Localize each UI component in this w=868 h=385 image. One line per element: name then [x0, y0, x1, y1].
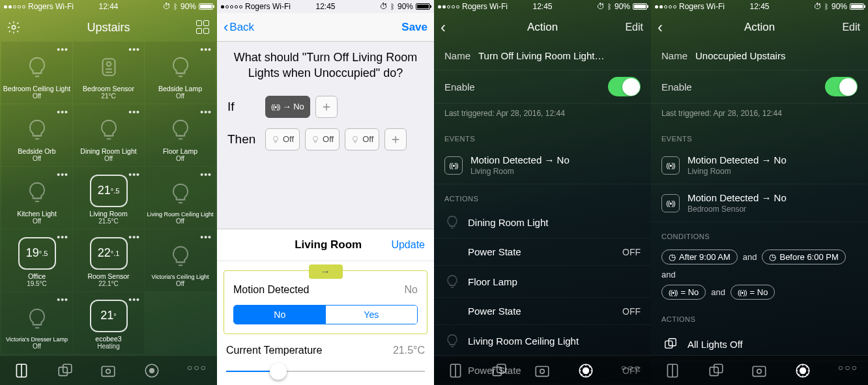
tab-scenes-icon[interactable] — [57, 362, 74, 379]
cond-sensor[interactable]: ((•))= No — [661, 285, 706, 300]
device-tiles: •••Bedroom Ceiling LightOff•••Bedroom Se… — [0, 42, 217, 354]
temp-value: 21.5°C — [393, 345, 425, 356]
tile-menu-icon[interactable]: ••• — [57, 294, 68, 305]
tab-automation-icon[interactable] — [577, 362, 594, 379]
bulb-icon — [444, 333, 460, 349]
event-row[interactable]: ((•)) Motion Detected → NoLiving Room — [434, 147, 651, 184]
device-tile[interactable]: •••Victoria's Ceiling LightOff — [145, 229, 216, 291]
seg-no-button[interactable]: No — [234, 306, 326, 324]
then-action-chip[interactable]: Off — [345, 128, 379, 150]
cond-sensor[interactable]: ((•))= No — [731, 285, 775, 300]
back-button[interactable]: ‹ — [658, 18, 663, 36]
add-action-button[interactable]: ＋ — [384, 128, 407, 150]
device-tile[interactable]: •••Bedroom Ceiling LightOff — [1, 42, 72, 104]
name-row[interactable]: Name Turn Off Living Room Lights when Un… — [434, 42, 651, 70]
device-tile[interactable]: •••21°.5Living Room21.5°C — [73, 167, 144, 229]
battery-pct: 90% — [181, 2, 196, 11]
svg-point-12 — [150, 368, 154, 373]
tab-scenes-icon[interactable] — [708, 362, 725, 379]
temp-slider[interactable] — [226, 371, 425, 372]
tile-menu-icon[interactable]: ••• — [57, 232, 68, 242]
conditions-header: CONDITIONS — [651, 222, 868, 244]
device-tile[interactable]: •••Bedroom Sensor21°C — [73, 42, 144, 104]
tab-rooms-icon[interactable] — [13, 362, 30, 379]
device-tile[interactable]: •••Living Room Ceiling LightOff — [145, 167, 216, 229]
tab-more-icon[interactable]: ○○○ — [621, 362, 638, 379]
then-action-chip[interactable]: Off — [265, 128, 300, 150]
event-row[interactable]: ((•))Motion Detected → NoBedroom Sensor — [651, 184, 868, 222]
sensor-icon: ((•)) — [444, 156, 463, 175]
tab-more-icon[interactable]: ○○○ — [187, 362, 204, 379]
action-device-row[interactable]: Living Room Ceiling Light — [434, 325, 651, 357]
device-tile[interactable]: •••Victoria's Dresser LampOff — [1, 292, 72, 354]
device-tile[interactable]: •••19°.5Office19.5°C — [1, 229, 72, 291]
device-tile[interactable]: •••21°ecobee3Heating — [73, 292, 144, 354]
bulb-icon — [168, 117, 193, 145]
motion-segmented[interactable]: No Yes — [233, 305, 418, 324]
device-tile[interactable]: •••Floor LampOff — [145, 104, 216, 166]
tile-menu-icon[interactable]: ••• — [200, 107, 212, 117]
tab-scenes-icon[interactable] — [491, 362, 508, 379]
add-condition-button[interactable]: ＋ — [315, 96, 338, 118]
tab-automation-icon[interactable] — [794, 362, 811, 379]
tile-label: Dining Room Light — [79, 147, 137, 155]
action-prop-row[interactable]: Power StateOFF — [434, 298, 651, 325]
svg-point-15 — [353, 136, 358, 141]
tab-rooms-icon[interactable] — [664, 362, 681, 379]
device-tile[interactable]: •••Bedside LampOff — [145, 42, 216, 104]
edit-button[interactable]: Edit — [842, 21, 860, 33]
bulb-icon — [25, 117, 50, 145]
screen-rule-editor: Rogers Wi-Fi 12:45 ⏱ ᛒ 90% ‹Back Save Wh… — [217, 0, 434, 385]
gear-icon[interactable] — [7, 20, 21, 35]
tab-camera-icon[interactable] — [100, 362, 117, 379]
tile-menu-icon[interactable]: ••• — [200, 44, 212, 55]
tile-status: 22.1°C — [98, 280, 119, 287]
svg-rect-20 — [536, 366, 549, 376]
tile-menu-icon[interactable]: ••• — [128, 294, 140, 305]
enable-switch[interactable] — [825, 77, 858, 96]
edit-button[interactable]: Edit — [625, 21, 643, 33]
enable-switch[interactable] — [608, 77, 641, 96]
tab-rooms-icon[interactable] — [447, 362, 464, 379]
grid-view-icon[interactable] — [196, 20, 210, 35]
update-button[interactable]: Update — [391, 239, 425, 251]
last-triggered: Last triggered: Apr 28, 2016, 12:44 — [651, 104, 868, 124]
svg-rect-9 — [102, 366, 115, 376]
device-tile[interactable]: •••Kitchen LightOff — [1, 167, 72, 229]
tile-menu-icon[interactable]: ••• — [200, 169, 212, 180]
tile-menu-icon[interactable]: ••• — [57, 169, 68, 180]
if-condition-chip[interactable]: ((•))→ No — [265, 96, 310, 118]
action-device-row[interactable]: Floor Lamp — [434, 266, 651, 298]
tile-menu-icon[interactable]: ••• — [57, 44, 68, 55]
cond-before[interactable]: ◷Before 6:00 PM — [762, 250, 845, 264]
tile-menu-icon[interactable]: ••• — [128, 107, 140, 117]
tile-menu-icon[interactable]: ••• — [128, 44, 140, 55]
nav-bar: ‹Back Save — [217, 13, 434, 42]
tile-label: Living Room — [88, 210, 128, 218]
tile-menu-icon[interactable]: ••• — [128, 169, 140, 180]
save-button[interactable]: Save — [401, 21, 427, 34]
tile-menu-icon[interactable]: ••• — [128, 232, 140, 242]
event-row[interactable]: ((•))Motion Detected → NoLiving Room — [651, 147, 868, 184]
back-button[interactable]: ‹ — [441, 18, 446, 36]
device-tile[interactable]: •••22°.1Room Sensor22.1°C — [73, 229, 144, 291]
tab-camera-icon[interactable] — [534, 362, 551, 379]
name-row[interactable]: Name Unoccupied Upstairs — [651, 42, 868, 70]
cond-after[interactable]: ◷After 9:00 AM — [661, 250, 738, 264]
slider-knob[interactable] — [270, 363, 287, 380]
action-device-row[interactable]: Dining Room Light — [434, 207, 651, 238]
tile-menu-icon[interactable]: ••• — [57, 107, 68, 117]
bulb-icon — [444, 214, 460, 230]
tile-menu-icon[interactable]: ••• — [200, 232, 212, 242]
back-button[interactable]: ‹Back — [224, 21, 254, 34]
tab-more-icon[interactable]: ○○○ — [838, 362, 855, 379]
battery-pct: 90% — [615, 2, 630, 11]
then-action-chip[interactable]: Off — [305, 128, 340, 150]
device-tile[interactable]: •••Bedside OrbOff — [1, 104, 72, 166]
seg-yes-button[interactable]: Yes — [326, 306, 418, 324]
tab-camera-icon[interactable] — [751, 362, 768, 379]
action-prop-row[interactable]: Power StateOFF — [434, 238, 651, 266]
tile-label: Bedroom Sensor — [81, 85, 136, 93]
device-tile[interactable]: •••Dining Room LightOff — [73, 104, 144, 166]
tab-automation-icon[interactable] — [143, 362, 160, 379]
